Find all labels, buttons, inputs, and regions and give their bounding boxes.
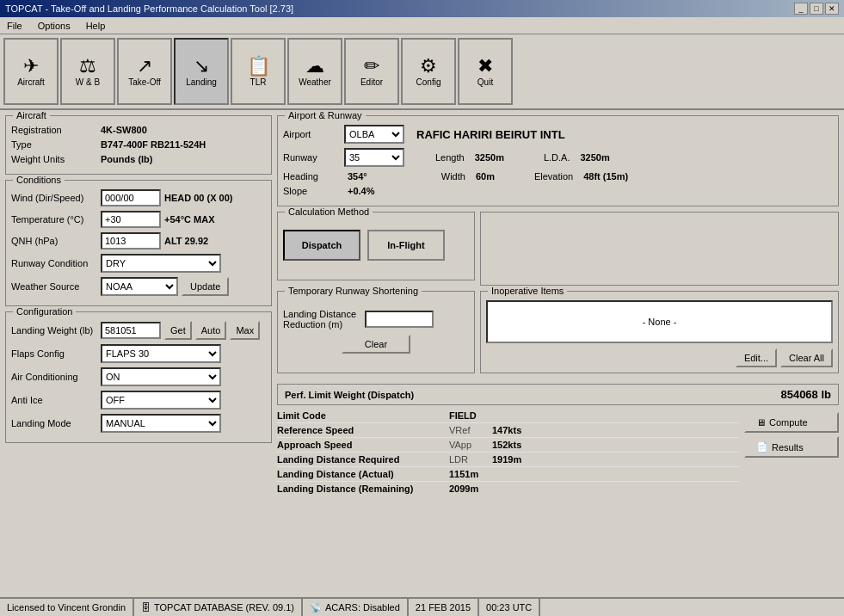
- inop-title: Inoperative Items: [488, 286, 567, 296]
- length-value: 3250m: [475, 152, 504, 163]
- approach-speed-value: 152kts: [492, 440, 521, 450]
- get-button[interactable]: Get: [164, 321, 192, 340]
- perf-limit-bar: Perf. Limit Weight (Dispatch) 854068 lb: [277, 384, 839, 405]
- lda-remaining-row: Landing Distance (Remaining) 2099m: [277, 482, 739, 496]
- ref-speed-value: 147kts: [492, 425, 521, 435]
- license-text: Licensed to Vincent Grondin: [7, 602, 126, 613]
- quit-icon: ✖: [477, 57, 493, 76]
- update-button[interactable]: Update: [182, 277, 229, 296]
- close-button[interactable]: ✕: [825, 3, 839, 15]
- qnh-desc: ALT 29.92: [164, 236, 208, 246]
- title-bar: TOPCAT - Take-Off and Landing Performanc…: [0, 0, 844, 17]
- slope-row: Slope +0.4%: [283, 186, 833, 196]
- lda-label: L.D.A.: [544, 152, 570, 163]
- toolbar-tlr[interactable]: 📋 TLR: [231, 38, 286, 105]
- ldr-result-code: LDR: [449, 454, 492, 465]
- anti-ice-select[interactable]: ON OFF: [101, 391, 221, 410]
- menu-bar: File Options Help: [0, 17, 844, 34]
- status-bar: Licensed to Vincent Grondin 🗄 TOPCAT DAT…: [0, 597, 844, 616]
- max-button[interactable]: Max: [230, 321, 260, 340]
- airport-panel-title: Airport & Runway: [285, 110, 366, 120]
- toolbar-quit[interactable]: ✖ Quit: [458, 38, 513, 105]
- ac-select[interactable]: ON OFF: [101, 367, 221, 386]
- toolbar-aircraft-label: Aircraft: [17, 77, 45, 87]
- toolbar-aircraft[interactable]: ✈ Aircraft: [3, 38, 59, 105]
- config-panel: Configuration Landing Weight (lb) Get Au…: [5, 311, 272, 443]
- airport-select[interactable]: OLBA: [344, 125, 404, 144]
- config-icon: ⚙: [420, 57, 437, 76]
- lw-input[interactable]: [101, 322, 161, 339]
- toolbar-tlr-label: TLR: [250, 77, 267, 87]
- anti-ice-label: Anti Ice: [11, 395, 97, 405]
- menu-help[interactable]: Help: [83, 20, 109, 32]
- registration-label: Registration: [11, 125, 97, 135]
- window-title: TOPCAT - Take-Off and Landing Performanc…: [5, 3, 293, 14]
- airport-label: Airport: [283, 129, 339, 139]
- conditions-panel-title: Conditions: [13, 175, 65, 185]
- toolbar-takeoff[interactable]: ↗ Take-Off: [117, 38, 172, 105]
- maximize-button[interactable]: □: [810, 3, 823, 15]
- ldr-result-value: 1919m: [492, 454, 521, 465]
- toolbar-config[interactable]: ⚙ Config: [401, 38, 456, 105]
- anti-ice-row: Anti Ice ON OFF: [11, 391, 266, 410]
- temp-label: Temperature (°C): [11, 214, 97, 225]
- runway-cond-select[interactable]: DRY WET: [101, 254, 221, 273]
- config-panel-title: Configuration: [13, 306, 76, 317]
- compute-button[interactable]: 🖥 Compute: [744, 412, 839, 433]
- toolbar-landing[interactable]: ↘ Landing: [174, 38, 229, 105]
- dispatch-button[interactable]: Dispatch: [283, 230, 360, 261]
- weight-units-label: Weight Units: [11, 154, 97, 164]
- toolbar-editor[interactable]: ✏ Editor: [344, 38, 399, 105]
- clear-button[interactable]: Clear: [342, 335, 410, 354]
- tlr-icon: 📋: [247, 57, 270, 76]
- lda-remaining-value: 2099m: [449, 484, 478, 494]
- temp-input[interactable]: [101, 211, 161, 228]
- type-row: Type B747-400F RB211-524H: [11, 139, 266, 150]
- weather-source-select[interactable]: NOAA METAR: [101, 277, 178, 296]
- type-label: Type: [11, 139, 97, 150]
- temp-desc: +54°C MAX: [164, 214, 215, 225]
- wind-desc: HEAD 00 (X 00): [164, 193, 232, 203]
- database-icon: 🗄: [141, 602, 151, 613]
- calc-method-title: Calculation Method: [285, 206, 373, 217]
- wind-input[interactable]: [101, 189, 161, 206]
- qnh-label: QNH (hPa): [11, 236, 97, 246]
- results-button[interactable]: 📄 Results: [744, 436, 839, 458]
- menu-file[interactable]: File: [3, 20, 26, 32]
- approach-speed-code: VApp: [449, 440, 492, 450]
- main-content: Aircraft Registration 4K-SW800 Type B747…: [0, 110, 844, 597]
- wb-icon: ⚖: [79, 57, 96, 76]
- runway-row: Runway 35 Length 3250m L.D.A. 3250m: [283, 148, 833, 167]
- toolbar-weather[interactable]: ☁ Weather: [287, 38, 342, 105]
- edit-button[interactable]: Edit...: [736, 348, 777, 367]
- auto-button[interactable]: Auto: [195, 321, 227, 340]
- status-license: Licensed to Vincent Grondin: [0, 599, 134, 616]
- runway-select[interactable]: 35: [344, 148, 404, 167]
- inflight-button[interactable]: In-Flight: [367, 230, 445, 261]
- toolbar: ✈ Aircraft ⚖ W & B ↗ Take-Off ↘ Landing …: [0, 34, 844, 110]
- results-label: Results: [772, 442, 804, 453]
- database-text: TOPCAT DATABASE (REV. 09.1): [154, 602, 294, 613]
- ldr-label: Landing Distance: [283, 309, 356, 319]
- flaps-select[interactable]: FLAPS 25 FLAPS 30: [101, 344, 221, 363]
- airport-panel: Airport & Runway Airport OLBA RAFIC HARI…: [277, 115, 839, 206]
- ldr-input[interactable]: [365, 311, 434, 328]
- ldr-result-label: Landing Distance Required: [277, 454, 449, 465]
- status-acars: 📡 ACARS: Disabled: [303, 599, 409, 616]
- results-table-container: Limit Code FIELD Reference Speed VRef 14…: [277, 409, 739, 496]
- menu-options[interactable]: Options: [34, 20, 74, 32]
- length-label: Length: [435, 152, 465, 163]
- qnh-input[interactable]: [101, 232, 161, 249]
- toolbar-wb[interactable]: ⚖ W & B: [60, 38, 115, 105]
- elevation-label: Elevation: [534, 171, 573, 182]
- toolbar-weather-label: Weather: [299, 77, 331, 87]
- type-value: B747-400F RB211-524H: [101, 139, 206, 150]
- landing-mode-select[interactable]: MANUAL AUTOLAND: [101, 414, 221, 433]
- slope-value: +0.4%: [348, 186, 375, 196]
- ldr-result-row: Landing Distance Required LDR 1919m: [277, 453, 739, 467]
- clear-all-button[interactable]: Clear All: [780, 348, 833, 367]
- approach-speed-row: Approach Speed VApp 152kts: [277, 438, 739, 453]
- minimize-button[interactable]: _: [794, 3, 808, 15]
- lw-label: Landing Weight (lb): [11, 325, 97, 336]
- acars-text: ACARS: Disabled: [325, 602, 400, 613]
